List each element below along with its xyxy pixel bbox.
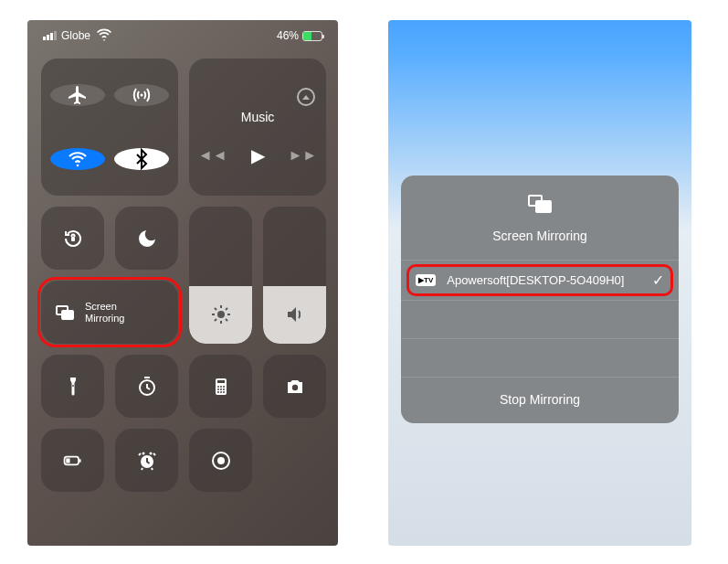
prev-track-button[interactable]: ◄◄ (198, 147, 227, 164)
battery-percent: 46% (277, 29, 299, 42)
wifi-icon (95, 26, 113, 46)
calculator-button[interactable] (189, 355, 252, 418)
do-not-disturb-button[interactable] (115, 207, 178, 270)
svg-point-15 (72, 385, 74, 387)
camera-button[interactable] (263, 355, 326, 418)
stop-mirroring-label: Stop Mirroring (500, 392, 580, 407)
svg-rect-3 (71, 237, 75, 241)
svg-point-0 (103, 39, 105, 41)
wifi-button[interactable] (50, 148, 105, 170)
svg-point-19 (217, 386, 219, 388)
alarm-button[interactable] (115, 429, 178, 492)
carrier-label: Globe (61, 29, 90, 42)
svg-rect-38 (536, 201, 551, 212)
screen-mirroring-label: Screen Mirroring (85, 301, 124, 324)
screen-mirroring-sheet: Screen Mirroring ▶TV Apowersoft[DESKTOP-… (401, 176, 679, 423)
svg-point-26 (220, 391, 222, 393)
next-track-button[interactable]: ►► (289, 147, 318, 164)
screen-record-button[interactable] (189, 429, 252, 492)
bluetooth-button[interactable] (114, 148, 169, 170)
svg-point-20 (220, 386, 222, 388)
svg-point-23 (220, 388, 222, 390)
svg-rect-14 (62, 311, 73, 319)
status-bar: Globe 46% (41, 26, 324, 46)
device-name-label: Apowersoft[DESKTOP-5O409H0] (447, 273, 641, 288)
svg-point-34 (149, 452, 152, 454)
airplay-audio-icon[interactable] (297, 88, 315, 106)
svg-point-4 (217, 311, 225, 318)
mirroring-device-row[interactable]: ▶TV Apowersoft[DESKTOP-5O409H0] ✓ (401, 260, 679, 300)
svg-point-22 (217, 388, 219, 390)
screen-mirroring-icon (527, 194, 553, 218)
svg-line-10 (226, 319, 227, 321)
svg-line-11 (214, 319, 216, 321)
brightness-slider[interactable] (189, 207, 252, 344)
svg-line-9 (214, 308, 216, 310)
volume-slider[interactable] (263, 207, 326, 344)
svg-point-1 (141, 94, 143, 97)
screen-mirroring-button[interactable]: Screen Mirroring (41, 281, 178, 344)
music-label: Music (241, 110, 275, 124)
music-panel[interactable]: Music ◄◄ ▶ ►► (189, 59, 326, 196)
empty-row (401, 300, 679, 338)
svg-point-21 (223, 386, 225, 388)
svg-point-27 (223, 391, 225, 393)
signal-icon (43, 31, 57, 40)
svg-point-24 (223, 388, 225, 390)
rotation-lock-button[interactable] (41, 207, 104, 270)
svg-point-33 (142, 452, 144, 454)
svg-point-2 (77, 165, 79, 167)
play-button[interactable]: ▶ (251, 144, 265, 166)
empty-row (401, 338, 679, 377)
svg-rect-30 (79, 459, 80, 462)
svg-rect-31 (66, 458, 69, 463)
svg-point-28 (291, 384, 297, 389)
svg-line-12 (226, 308, 227, 310)
cellular-data-button[interactable] (114, 84, 169, 106)
svg-rect-18 (217, 380, 225, 383)
phone-control-center: Globe 46% (27, 20, 338, 546)
low-power-button[interactable] (41, 429, 104, 492)
battery-icon (302, 31, 322, 41)
airplane-mode-button[interactable] (50, 84, 105, 106)
phone-mirroring-sheet: Screen Mirroring ▶TV Apowersoft[DESKTOP-… (388, 20, 691, 546)
svg-point-36 (217, 457, 225, 464)
flashlight-button[interactable] (41, 355, 104, 418)
svg-point-25 (217, 391, 219, 393)
stop-mirroring-button[interactable]: Stop Mirroring (401, 377, 679, 423)
connectivity-panel (41, 59, 178, 196)
sheet-title: Screen Mirroring (492, 229, 586, 243)
timer-button[interactable] (115, 355, 178, 418)
apple-tv-icon: ▶TV (416, 274, 436, 286)
checkmark-icon: ✓ (652, 271, 664, 289)
